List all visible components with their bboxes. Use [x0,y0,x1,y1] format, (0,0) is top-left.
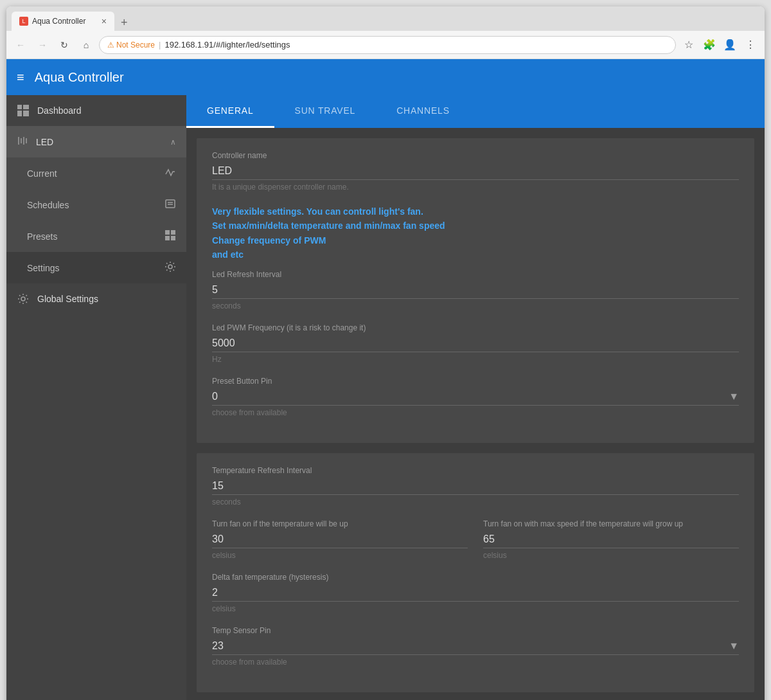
svg-rect-3 [23,111,29,116]
tooltip-line-4: and etc [212,247,739,262]
fan-on-unit: celsius [212,551,468,560]
sidebar: Dashboard LED ∧ Current [6,95,186,700]
global-settings-icon [17,292,30,305]
led-refresh-value[interactable]: 5 [212,282,739,299]
schedules-icon [164,198,176,211]
app-title: Aqua Controller [35,70,124,85]
browser-toolbar: ← → ↻ ⌂ ⚠ Not Secure | 192.168.1.91/#/li… [6,31,765,59]
field-temp-refresh: Temperature Refresh Interval 15 seconds [212,466,739,507]
current-label: Current [27,168,157,179]
presets-icon [164,229,176,243]
svg-rect-13 [165,236,170,240]
tab-label: Aqua Controller [32,17,85,26]
menu-button[interactable]: ⋮ [741,36,759,54]
dashboard-icon [17,104,30,117]
pwm-freq-label: Led PWM Frequency (it is a risk to chang… [212,323,739,332]
field-delta-temp: Delta fan temperature (hysteresis) 2 cel… [212,573,739,613]
field-fan-on-temp: Turn fan on if the temperature will be u… [212,519,468,560]
current-icon [164,166,176,180]
sidebar-item-global-settings[interactable]: Global Settings [6,283,186,314]
tooltip-line-3: Change frequency of PWM [212,233,739,247]
tabs-bar: GENERAL SUN TRAVEL CHANNELS [186,95,765,128]
svg-point-15 [168,265,172,269]
tab-close-icon[interactable]: × [102,16,107,26]
two-col-fan: Turn fan on if the temperature will be u… [212,519,739,573]
preset-pin-value: 0 [212,391,218,402]
address-bar[interactable]: ⚠ Not Secure | 192.168.1.91/#/lighter/le… [99,36,676,54]
temp-sensor-hint: choose from available [212,658,739,667]
sidebar-item-current[interactable]: Current [6,157,186,189]
temp-sensor-label: Temp Sensor Pin [212,626,739,635]
delta-unit: celsius [212,604,739,613]
preset-pin-label: Preset Button Pin [212,377,739,386]
sidebar-item-dashboard[interactable]: Dashboard [6,95,186,126]
browser-frame: L Aqua Controller × + ← → ↻ ⌂ ⚠ Not Secu… [6,6,765,700]
svg-rect-2 [17,111,22,116]
temp-refresh-value[interactable]: 15 [212,478,739,495]
url-text: 192.168.1.91/#/lighter/led/settings [164,40,290,49]
field-led-refresh: Led Refresh Interval 5 seconds [212,270,739,310]
add-tab-button[interactable]: + [116,16,133,30]
temp-sensor-arrow-icon: ▼ [729,640,739,652]
browser-tabs: L Aqua Controller × + [6,6,765,31]
svg-rect-8 [166,200,175,208]
field-controller-name: Controller name LED It is a unique dispe… [212,151,739,192]
back-button[interactable]: ← [12,36,30,54]
reload-button[interactable]: ↻ [55,36,73,54]
svg-rect-1 [23,105,29,109]
dashboard-label: Dashboard [37,105,176,116]
preset-pin-select[interactable]: 0 ▼ [212,388,739,406]
fan-max-value[interactable]: 65 [483,531,739,548]
hamburger-menu-icon[interactable]: ≡ [17,70,24,85]
controller-name-hint: It is a unique dispenser controller name… [212,183,739,192]
svg-rect-11 [165,230,170,235]
section-controller: Controller name LED It is a unique dispe… [197,138,754,443]
led-label: LED [36,137,163,147]
tooltip-line-1: Very flexible settings. You can controll… [212,204,739,219]
tooltip-line-2: Set max/min/delta temperature and min/ma… [212,219,739,233]
temp-sensor-select[interactable]: 23 ▼ [212,638,739,655]
field-fan-max-temp: Turn fan on with max speed if the temper… [483,519,739,560]
svg-point-16 [21,297,25,301]
global-settings-label: Global Settings [37,294,176,304]
controller-name-label: Controller name [212,151,739,160]
temp-refresh-label: Temperature Refresh Interval [212,466,739,475]
schedules-label: Schedules [27,200,157,210]
presets-label: Presets [27,231,157,242]
field-preset-pin: Preset Button Pin 0 ▼ choose from availa… [212,377,739,417]
led-refresh-label: Led Refresh Interval [212,270,739,279]
tab-channels[interactable]: CHANNELS [376,95,470,128]
field-temp-sensor: Temp Sensor Pin 23 ▼ choose from availab… [212,626,739,667]
delta-value[interactable]: 2 [212,584,739,602]
sidebar-item-presets[interactable]: Presets [6,220,186,252]
content-area: GENERAL SUN TRAVEL CHANNELS Controller n… [186,95,765,700]
fan-on-value[interactable]: 30 [212,531,468,548]
forward-button[interactable]: → [33,36,51,54]
tooltip-box: Very flexible settings. You can controll… [212,204,739,262]
fan-max-unit: celsius [483,551,739,560]
led-chevron-icon: ∧ [170,138,176,147]
tab-sun-travel[interactable]: SUN TRAVEL [274,95,377,128]
sidebar-item-schedules[interactable]: Schedules [6,189,186,220]
app-header: ≡ Aqua Controller [6,59,765,95]
address-separator: | [159,40,161,49]
tab-general[interactable]: GENERAL [186,95,274,128]
led-refresh-unit: seconds [212,301,739,310]
pwm-freq-value[interactable]: 5000 [212,335,739,352]
home-button[interactable]: ⌂ [77,36,95,54]
svg-rect-14 [171,236,175,240]
controller-name-value[interactable]: LED [212,163,739,180]
led-icon [17,135,28,148]
temp-sensor-value: 23 [212,640,224,652]
app-container: ≡ Aqua Controller Dashboard [6,59,765,700]
extensions-button[interactable]: 🧩 [700,36,718,54]
settings-content: Controller name LED It is a unique dispe… [186,128,765,700]
profile-button[interactable]: 👤 [721,36,739,54]
main-layout: Dashboard LED ∧ Current [6,95,765,700]
browser-tab-active[interactable]: L Aqua Controller × [12,12,114,31]
temp-refresh-unit: seconds [212,498,739,507]
sidebar-item-settings[interactable]: Settings [6,252,186,283]
fan-max-label: Turn fan on with max speed if the temper… [483,519,739,528]
sidebar-led-section[interactable]: LED ∧ [6,126,186,157]
bookmark-button[interactable]: ☆ [680,36,698,54]
